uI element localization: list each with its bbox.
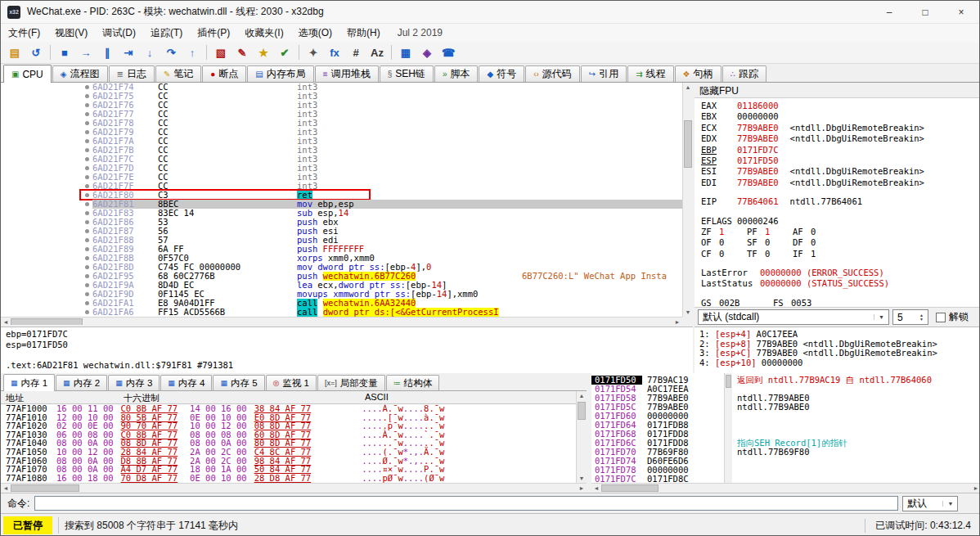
functions-icon[interactable]: fx <box>325 43 344 62</box>
breakpoint-gutter[interactable] <box>1 110 92 119</box>
tab-seh[interactable]: §SEH链 <box>380 65 434 82</box>
register-value[interactable]: 77B9ABE0 <box>737 166 779 176</box>
menu-item[interactable]: 帮助(H) <box>339 24 388 43</box>
menu-item[interactable]: 选项(O) <box>291 24 339 43</box>
breakpoint-gutter[interactable] <box>1 146 92 155</box>
step-into-icon[interactable]: ↓ <box>140 43 160 62</box>
breakpoint-gutter[interactable] <box>1 119 92 128</box>
breakpoint-gutter[interactable] <box>1 101 92 110</box>
scroll-up-icon[interactable]: ▲ <box>577 391 587 400</box>
scroll-right-icon[interactable]: ► <box>577 484 587 493</box>
stack-row[interactable]: 0171FD7C0171FD8C <box>591 475 980 483</box>
step-over-icon[interactable]: ↷ <box>161 43 181 62</box>
scroll-thumb[interactable] <box>11 484 79 492</box>
open-file-icon[interactable]: ▤ <box>5 43 25 62</box>
flag-value[interactable]: 1 <box>765 227 770 236</box>
patches-icon[interactable]: ▧ <box>211 43 231 62</box>
tab-struct[interactable]: ≔结构体 <box>386 375 440 390</box>
menu-item[interactable]: 视图(V) <box>47 24 95 43</box>
argument-count-spinner[interactable]: 5 ▲▼ <box>892 309 928 325</box>
scroll-right-icon[interactable]: ► <box>971 484 980 493</box>
register-value[interactable]: 00000000 (ERROR_SUCCESS) <box>760 268 884 277</box>
argument-row[interactable]: 4: [esp+10] 00000000 <box>699 358 980 368</box>
strings-icon[interactable]: Az <box>367 43 387 62</box>
command-profile-select[interactable]: 默认 ▼ <box>902 496 958 511</box>
stack-horizontal-scrollbar[interactable]: ◄ ► <box>591 483 980 492</box>
breakpoint-gutter[interactable] <box>1 290 92 299</box>
breakpoint-gutter[interactable] <box>1 137 92 146</box>
tab-source[interactable]: ‹›源代码 <box>525 65 580 82</box>
scroll-thumb[interactable] <box>578 402 586 420</box>
stack-vertical-scrollbar[interactable] <box>724 373 732 483</box>
stop-icon[interactable]: ■ <box>55 43 74 62</box>
breakpoint-gutter[interactable] <box>1 164 92 173</box>
flag-value[interactable]: 0 <box>811 237 816 247</box>
tab-dump-1[interactable]: ▦内存 1 <box>3 374 55 391</box>
favourites-icon[interactable]: ★ <box>254 43 273 62</box>
tab-dump-2[interactable]: ▦内存 2 <box>56 375 107 390</box>
tab-locals[interactable]: [x=]局部变量 <box>317 375 385 390</box>
breakpoint-gutter[interactable] <box>1 281 92 290</box>
execute-till-return-icon[interactable]: ↑ <box>182 43 202 62</box>
flag-value[interactable]: 0 <box>719 249 724 259</box>
breakpoint-gutter[interactable] <box>1 299 92 308</box>
comment-icon[interactable]: ✎ <box>232 43 252 62</box>
attach-icon[interactable]: ☎ <box>438 43 458 62</box>
scroll-thumb[interactable] <box>726 375 731 388</box>
tab-notes[interactable]: ✎笔记 <box>155 65 201 82</box>
tab-cpu[interactable]: ▣CPU <box>3 65 52 83</box>
register-value[interactable]: 01186000 <box>737 101 779 110</box>
tab-dump-5[interactable]: ▦内存 5 <box>213 375 264 390</box>
dump-row[interactable]: 77AF108016 00 18 0070 D8 AF 770E 00 10 0… <box>1 474 587 483</box>
breakpoint-gutter[interactable] <box>1 128 92 137</box>
dump-horizontal-scrollbar[interactable]: ◄ ► <box>1 483 587 492</box>
flag-value[interactable]: 0 <box>765 249 770 259</box>
tab-dump-4[interactable]: ▦内存 4 <box>160 375 212 390</box>
register-value[interactable]: 77B64061 <box>737 196 779 206</box>
register-value[interactable]: 00000246 <box>737 216 779 226</box>
hide-fpu-button[interactable]: 隐藏FPU <box>695 83 980 98</box>
tab-graph[interactable]: ◈流程图 <box>52 65 108 82</box>
calculator-icon[interactable]: # <box>346 43 366 62</box>
spinner-arrows-icon[interactable]: ▲▼ <box>919 313 924 322</box>
dump-vertical-scrollbar[interactable]: ▲ ▼ <box>576 391 587 483</box>
menu-item[interactable]: 插件(P) <box>190 24 237 43</box>
pause-icon[interactable]: ∥ <box>97 43 117 62</box>
register-value[interactable]: 77B9ABE0 <box>737 123 779 133</box>
breakpoint-gutter[interactable] <box>1 92 92 101</box>
dump-row[interactable]: 77AF105010 00 12 0028 84 AF 772A 00 2C 0… <box>1 448 587 457</box>
settings-icon[interactable]: ✦ <box>303 43 323 62</box>
breakpoint-gutter[interactable] <box>1 272 92 281</box>
scroll-down-icon[interactable]: ▼ <box>683 308 693 317</box>
register-value[interactable]: 00000000 (STATUS_SUCCESS) <box>760 278 889 288</box>
breakpoint-gutter[interactable] <box>1 236 92 245</box>
tab-watch-1[interactable]: ◎监视 1 <box>266 375 317 390</box>
disasm-row[interactable]: 6AD21FA6FF15 ACD5566Bcall dword ptr ds:[… <box>1 308 693 317</box>
tab-breakpoints[interactable]: ●断点 <box>202 65 246 82</box>
disassembly-vertical-scrollbar[interactable]: ▲ ▼ <box>682 83 693 317</box>
breakpoint-gutter[interactable] <box>1 182 92 191</box>
breakpoint-gutter[interactable] <box>1 173 92 182</box>
breakpoint-gutter[interactable] <box>1 83 92 92</box>
menu-item[interactable]: 收藏夹(I) <box>237 24 290 43</box>
breakpoint-gutter[interactable] <box>1 254 92 263</box>
scroll-left-icon[interactable]: ◄ <box>1 484 11 493</box>
scroll-thumb[interactable] <box>601 484 659 492</box>
minimize-button[interactable]: – <box>871 1 907 24</box>
breakpoint-gutter[interactable] <box>1 209 92 218</box>
breakpoint-gutter[interactable] <box>1 218 92 227</box>
register-value[interactable]: 77B9ABE0 <box>737 178 779 187</box>
breakpoint-gutter[interactable] <box>1 245 92 254</box>
memory-map-icon[interactable]: ▦ <box>396 43 416 62</box>
flag-value[interactable]: 0 <box>811 227 816 236</box>
calling-convention-select[interactable]: 默认 (stdcall) ▼ <box>698 309 889 325</box>
breakpoint-gutter[interactable] <box>1 227 92 236</box>
tab-handles[interactable]: ❖句柄 <box>675 65 722 82</box>
breakpoint-gutter[interactable] <box>1 308 92 317</box>
dump-row[interactable]: 77AF100016 00 11 00C0 8B AF 7714 00 16 0… <box>1 404 587 413</box>
scroll-left-icon[interactable]: ◄ <box>591 484 601 493</box>
tab-log[interactable]: ≣日志 <box>109 65 155 82</box>
flag-value[interactable]: 0 <box>719 237 724 247</box>
tab-call-stack[interactable]: ≡调用堆栈 <box>315 65 379 82</box>
tab-memory-map[interactable]: ▤内存布局 <box>247 65 313 82</box>
